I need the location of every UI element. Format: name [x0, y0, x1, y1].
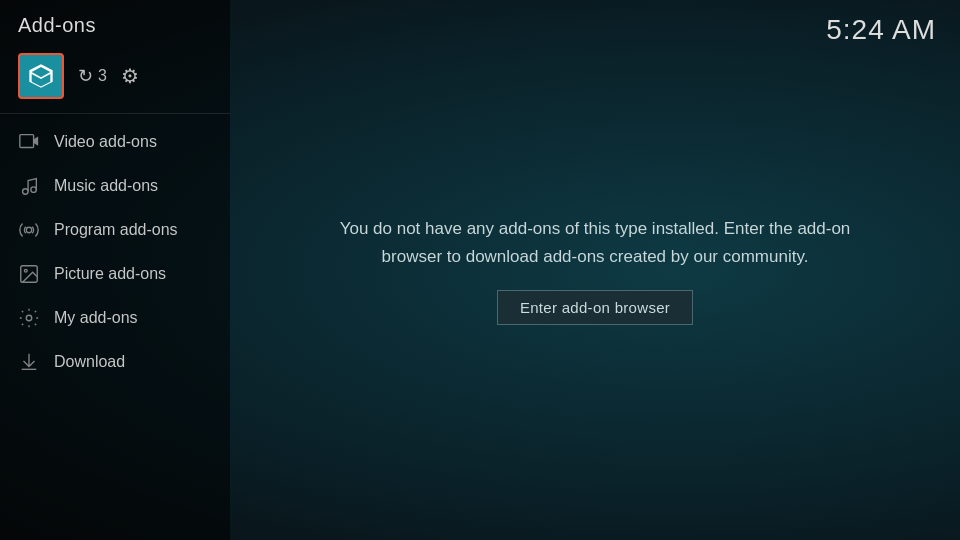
download-label: Download: [54, 353, 125, 371]
clock-display: 5:24 AM: [826, 14, 936, 46]
main-content: 5:24 AM You do not have any add-ons of t…: [230, 0, 960, 540]
svg-point-3: [26, 227, 32, 233]
svg-point-6: [26, 315, 32, 321]
no-addons-message: You do not have any add-ons of this type…: [315, 215, 875, 269]
sidebar: Add-ons ↻ 3 ⚙ Video add-ons: [0, 0, 230, 540]
update-badge: 3: [98, 67, 107, 85]
sidebar-item-program-addons[interactable]: Program add-ons: [0, 208, 230, 252]
my-addons-label: My add-ons: [54, 309, 138, 327]
addon-box-icon[interactable]: [18, 53, 64, 99]
svg-rect-0: [20, 135, 34, 148]
program-addons-label: Program add-ons: [54, 221, 178, 239]
svg-point-1: [23, 189, 28, 195]
box-icon: [27, 62, 55, 90]
refresh-area[interactable]: ↻ 3: [78, 65, 107, 87]
sidebar-divider: [0, 113, 230, 114]
music-icon: [18, 175, 40, 197]
sidebar-item-my-addons[interactable]: My add-ons: [0, 296, 230, 340]
sidebar-title: Add-ons: [18, 14, 96, 36]
program-icon: [18, 219, 40, 241]
sidebar-item-video-addons[interactable]: Video add-ons: [0, 120, 230, 164]
sidebar-header: Add-ons: [0, 0, 230, 43]
my-addons-icon: [18, 307, 40, 329]
video-icon: [18, 131, 40, 153]
picture-icon: [18, 263, 40, 285]
message-area: You do not have any add-ons of this type…: [315, 215, 875, 324]
sidebar-item-picture-addons[interactable]: Picture add-ons: [0, 252, 230, 296]
video-addons-label: Video add-ons: [54, 133, 157, 151]
svg-point-2: [31, 187, 37, 193]
refresh-icon: ↻: [78, 65, 93, 87]
svg-point-5: [24, 269, 27, 272]
settings-gear-icon[interactable]: ⚙: [121, 64, 139, 88]
music-addons-label: Music add-ons: [54, 177, 158, 195]
picture-addons-label: Picture add-ons: [54, 265, 166, 283]
sidebar-item-music-addons[interactable]: Music add-ons: [0, 164, 230, 208]
enter-addon-browser-button[interactable]: Enter add-on browser: [497, 290, 693, 325]
download-icon: [18, 351, 40, 373]
sidebar-icon-row: ↻ 3 ⚙: [0, 43, 230, 113]
sidebar-item-download[interactable]: Download: [0, 340, 230, 384]
